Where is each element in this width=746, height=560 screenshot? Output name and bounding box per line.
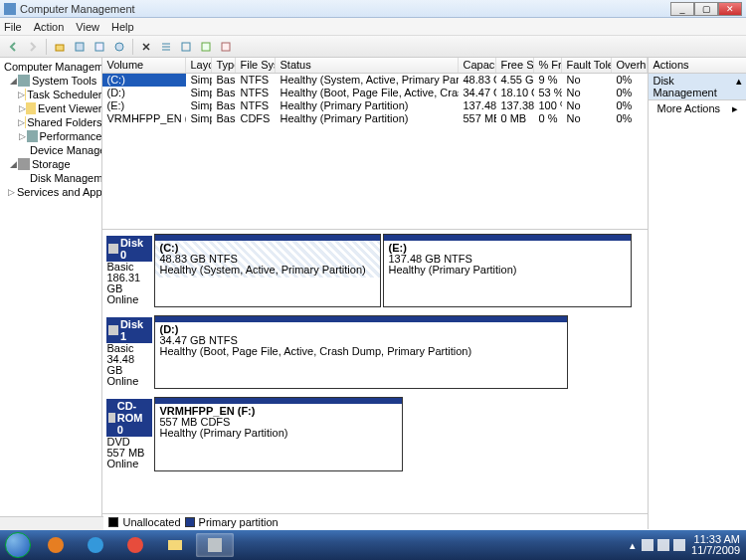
- disk-row[interactable]: CD-ROM 0 DVD557 MBOnline VRMHFPP_EN (F:)…: [104, 397, 646, 471]
- col-status[interactable]: Status: [276, 58, 459, 73]
- svg-rect-6: [222, 43, 230, 51]
- legend-unallocated: Unallocated: [122, 516, 180, 528]
- up-button[interactable]: [51, 38, 69, 56]
- col-layout[interactable]: Layout: [186, 58, 212, 73]
- forward-button[interactable]: [24, 38, 42, 56]
- disk-label[interactable]: CD-ROM 0 DVD557 MBOnline: [104, 397, 154, 471]
- tree-disk-management[interactable]: Disk Management: [0, 171, 101, 185]
- disk-icon: [108, 244, 117, 254]
- svg-rect-0: [56, 45, 64, 51]
- tree-event-viewer[interactable]: ▷Event Viewer: [0, 101, 101, 115]
- col-overhead[interactable]: Overhead: [612, 58, 648, 73]
- refresh-button[interactable]: [91, 38, 108, 56]
- partition[interactable]: (E:)137.48 GB NTFSHealthy (Primary Parti…: [383, 234, 632, 307]
- more-button[interactable]: [217, 38, 235, 56]
- svg-rect-11: [208, 538, 222, 552]
- volume-grid-header[interactable]: Volume Layout Type File System Status Ca…: [102, 58, 648, 74]
- menu-help[interactable]: Help: [111, 21, 134, 33]
- disk-icon: [108, 325, 117, 335]
- disk-row[interactable]: Disk 0 Basic186.31 GBOnline (C:)48.83 GB…: [104, 234, 646, 307]
- col-capacity[interactable]: Capacity: [459, 58, 496, 73]
- app-icon: [4, 3, 16, 15]
- svg-rect-2: [95, 43, 103, 51]
- clock[interactable]: 11:33 AM11/7/2009: [691, 534, 740, 556]
- tree-shared-folders[interactable]: ▷Shared Folders: [0, 115, 101, 129]
- taskbar-media[interactable]: [116, 533, 154, 557]
- svg-rect-1: [76, 43, 84, 51]
- col-free[interactable]: Free Space: [496, 58, 534, 73]
- taskbar-ie[interactable]: [77, 533, 114, 557]
- settings-button[interactable]: [197, 38, 215, 56]
- svg-rect-10: [168, 540, 182, 550]
- volume-row[interactable]: (D:)SimpleBasicNTFSHealthy (Boot, Page F…: [102, 87, 648, 99]
- detail-button[interactable]: [177, 38, 195, 56]
- actions-disk-management[interactable]: Disk Management▴: [649, 74, 746, 100]
- col-pct[interactable]: % Free: [534, 58, 562, 73]
- disk-label[interactable]: Disk 0 Basic186.31 GBOnline: [104, 234, 154, 307]
- maximize-button[interactable]: ▢: [694, 2, 718, 16]
- tray-network-icon[interactable]: [657, 539, 669, 551]
- tray-show-hidden-icon[interactable]: ▴: [630, 539, 636, 552]
- legend-unallocated-icon: [108, 517, 118, 527]
- list-button[interactable]: [157, 38, 175, 56]
- close-button[interactable]: ✕: [718, 2, 742, 16]
- volume-row[interactable]: (C:)SimpleBasicNTFSHealthy (System, Acti…: [102, 74, 648, 87]
- title-bar: Computer Management _ ▢ ✕: [0, 0, 746, 18]
- svg-point-3: [115, 43, 123, 51]
- disk-label[interactable]: Disk 1 Basic34.48 GBOnline: [104, 315, 154, 389]
- taskbar[interactable]: ▴ 11:33 AM11/7/2009: [0, 530, 746, 560]
- svg-point-7: [48, 537, 64, 553]
- tree-system-tools[interactable]: ◢System Tools: [0, 74, 101, 88]
- volume-row[interactable]: (E:)SimpleBasicNTFSHealthy (Primary Part…: [102, 99, 648, 112]
- start-button[interactable]: [0, 530, 36, 560]
- taskbar-explorer[interactable]: [156, 533, 194, 557]
- tree-scrollbar[interactable]: [0, 516, 102, 529]
- svg-rect-5: [202, 43, 210, 51]
- actions-more[interactable]: More Actions▸: [649, 100, 746, 117]
- tree-performance[interactable]: ▷Performance: [0, 129, 101, 143]
- tree-device-manager[interactable]: Device Manager: [0, 143, 101, 157]
- properties-button[interactable]: [71, 38, 89, 56]
- actions-pane: Actions Disk Management▴ More Actions▸: [649, 58, 746, 529]
- legend-primary-icon: [185, 517, 195, 527]
- menu-bar: File Action View Help: [0, 18, 746, 36]
- help-button[interactable]: [110, 38, 128, 56]
- partition[interactable]: (C:)48.83 GB NTFSHealthy (System, Active…: [154, 234, 381, 307]
- tree-root[interactable]: Computer Management (Local: [0, 60, 101, 74]
- storage-icon: [18, 158, 30, 170]
- tree-storage[interactable]: ◢Storage: [0, 157, 101, 171]
- tray-volume-icon[interactable]: [673, 539, 685, 551]
- tray-flag-icon[interactable]: [642, 539, 653, 551]
- menu-view[interactable]: View: [76, 21, 99, 33]
- chevron-right-icon: ▸: [732, 102, 738, 115]
- volume-grid-body[interactable]: (C:)SimpleBasicNTFSHealthy (System, Acti…: [102, 74, 648, 125]
- svg-rect-13: [657, 539, 669, 551]
- col-filesystem[interactable]: File System: [236, 58, 276, 73]
- menu-file[interactable]: File: [4, 21, 22, 33]
- volume-row[interactable]: VRMHFPP_EN (F:)SimpleBasicCDFSHealthy (P…: [102, 112, 648, 125]
- cdrom-icon: [108, 413, 114, 423]
- back-button[interactable]: [4, 38, 22, 56]
- delete-button[interactable]: [137, 38, 155, 56]
- navigation-tree[interactable]: Computer Management (Local ◢System Tools…: [0, 58, 102, 529]
- taskbar-compmgmt[interactable]: [196, 533, 234, 557]
- minimize-button[interactable]: _: [670, 2, 694, 16]
- col-type[interactable]: Type: [212, 58, 236, 73]
- menu-action[interactable]: Action: [34, 21, 65, 33]
- perf-icon: [27, 130, 38, 142]
- disk-row[interactable]: Disk 1 Basic34.48 GBOnline (D:)34.47 GB …: [104, 315, 646, 389]
- svg-rect-14: [673, 539, 685, 551]
- disk-diagram[interactable]: Disk 0 Basic186.31 GBOnline (C:)48.83 GB…: [102, 229, 648, 513]
- event-icon: [26, 102, 36, 114]
- partition[interactable]: VRMHFPP_EN (F:)557 MB CDFSHealthy (Prima…: [154, 397, 403, 471]
- partition[interactable]: (D:)34.47 GB NTFSHealthy (Boot, Page Fil…: [154, 315, 568, 389]
- legend-primary: Primary partition: [199, 516, 279, 528]
- col-fault[interactable]: Fault Tolerance: [562, 58, 612, 73]
- tree-services[interactable]: ▷Services and Applications: [0, 185, 101, 199]
- actions-header: Actions: [649, 58, 746, 74]
- system-tray[interactable]: ▴ 11:33 AM11/7/2009: [630, 534, 746, 556]
- window-title: Computer Management: [20, 3, 670, 15]
- tree-task-scheduler[interactable]: ▷Task Scheduler: [0, 88, 101, 101]
- taskbar-firefox[interactable]: [37, 533, 75, 557]
- col-volume[interactable]: Volume: [102, 58, 186, 73]
